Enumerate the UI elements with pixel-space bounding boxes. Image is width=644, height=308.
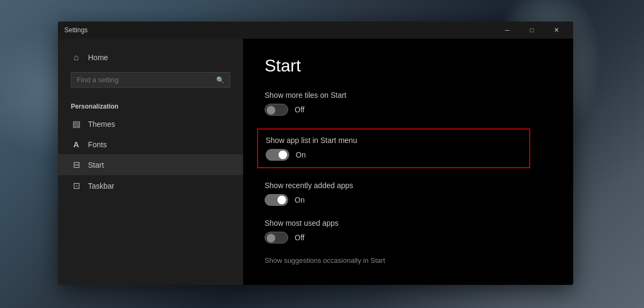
sidebar-item-fonts[interactable]: A Fonts [58, 134, 243, 154]
taskbar-icon: ⊡ [71, 181, 82, 191]
toggle-text-show-app-list: On [296, 151, 306, 159]
sidebar-item-themes[interactable]: ▤ Themes [58, 113, 243, 134]
themes-label: Themes [88, 120, 115, 128]
setting-label-show-most-used: Show most used apps [265, 219, 552, 227]
search-container: 🔍 [58, 68, 243, 96]
fonts-icon: A [71, 140, 82, 149]
search-box[interactable]: 🔍 [71, 72, 230, 88]
setting-show-most-used: Show most used apps Off [265, 219, 552, 243]
setting-label-show-app-list: Show app list in Start menu [266, 136, 522, 145]
page-title: Start [265, 56, 552, 76]
start-label: Start [88, 161, 104, 169]
toggle-row-show-app-list: On [266, 149, 522, 161]
search-icon: 🔍 [216, 76, 224, 84]
setting-show-app-list: Show app list in Start menu On [257, 128, 530, 168]
main-panel: Start Show more tiles on Start Off Show … [243, 39, 573, 285]
setting-label-show-more-tiles: Show more tiles on Start [265, 91, 552, 99]
home-icon: ⌂ [71, 53, 82, 62]
toggle-row-show-more-tiles: Off [265, 104, 552, 116]
toggle-row-show-most-used: Off [265, 232, 552, 243]
setting-show-recently-added: Show recently added apps On [265, 181, 552, 206]
toggle-text-show-recently-added: On [295, 196, 305, 204]
sidebar-item-taskbar[interactable]: ⊡ Taskbar [58, 175, 243, 196]
window-title: Settings [62, 26, 87, 34]
sidebar-item-start[interactable]: ⊟ Start [58, 154, 243, 175]
setting-show-more-tiles: Show more tiles on Start Off [265, 91, 552, 116]
home-label: Home [88, 53, 108, 62]
section-label: Personalization [58, 96, 243, 113]
partial-setting-label: Show suggestions occasionally in Start [265, 256, 552, 264]
minimize-button[interactable]: ─ [495, 22, 519, 39]
toggle-row-show-recently-added: On [265, 194, 552, 206]
toggle-show-most-used[interactable] [265, 232, 288, 243]
content-area: ⌂ Home 🔍 Personalization ▤ Themes A Font… [58, 39, 573, 285]
themes-icon: ▤ [71, 119, 82, 129]
start-icon: ⊟ [71, 160, 82, 170]
toggle-text-show-most-used: Off [295, 233, 304, 242]
settings-window: Settings ─ □ ✕ ⌂ Home 🔍 Personalizati [58, 22, 573, 285]
search-input[interactable] [77, 76, 216, 84]
taskbar-label: Taskbar [88, 182, 114, 190]
window-controls: ─ □ ✕ [495, 22, 569, 39]
fonts-label: Fonts [88, 140, 107, 149]
setting-label-show-recently-added: Show recently added apps [265, 181, 552, 190]
toggle-show-more-tiles[interactable] [265, 104, 288, 116]
sidebar: ⌂ Home 🔍 Personalization ▤ Themes A Font… [58, 39, 243, 285]
toggle-show-recently-added[interactable] [265, 194, 288, 206]
sidebar-item-home[interactable]: ⌂ Home [58, 47, 243, 68]
maximize-button[interactable]: □ [519, 22, 544, 39]
close-button[interactable]: ✕ [544, 22, 569, 39]
toggle-text-show-more-tiles: Off [295, 105, 304, 114]
title-bar: Settings ─ □ ✕ [58, 22, 573, 39]
toggle-show-app-list[interactable] [266, 149, 289, 161]
